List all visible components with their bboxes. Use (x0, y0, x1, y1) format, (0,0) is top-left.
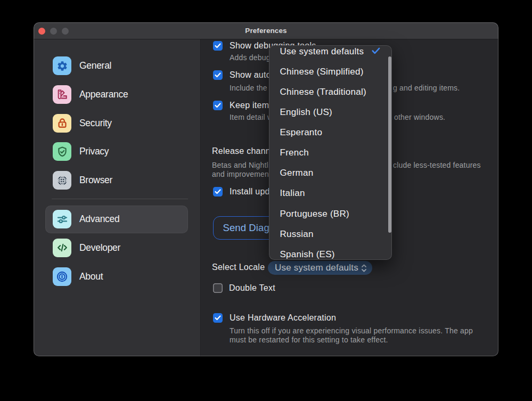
hardware-acceleration-desc-line2: must be restarted for this setting to ta… (230, 335, 388, 344)
desktop-background: Preferences General Appearance (0, 0, 532, 401)
titlebar[interactable]: Preferences (34, 22, 498, 39)
gear-icon (53, 56, 71, 75)
menu-scrollbar-thumb[interactable] (388, 56, 391, 233)
locale-dropdown-menu: Use system defaults Chinese (Simplified)… (269, 45, 392, 260)
check-icon (215, 72, 221, 78)
check-icon (372, 46, 380, 57)
sidebar-item-privacy[interactable]: Privacy (45, 138, 188, 166)
window-title: Preferences (34, 22, 498, 39)
check-icon (215, 103, 221, 108)
menu-item-label: German (280, 168, 314, 178)
sidebar-item-developer[interactable]: Developer (45, 234, 188, 261)
code-icon (53, 239, 71, 257)
hardware-acceleration-desc-line1: Turn this off if you are experiencing vi… (230, 326, 473, 335)
sidebar-item-about[interactable]: About (45, 263, 188, 290)
menu-item-label: Chinese (Traditional) (280, 87, 366, 97)
sidebar-item-label: General (79, 60, 111, 71)
menu-item-use-system-defaults[interactable]: Use system defaults (269, 45, 392, 62)
sidebar: General Appearance Security (34, 39, 200, 356)
show-autofill-checkbox[interactable] (213, 70, 223, 80)
locale-select-value: Use system defaults (275, 263, 358, 273)
shield-check-icon (53, 142, 71, 161)
check-icon (215, 315, 221, 321)
sidebar-item-advanced[interactable]: Advanced (45, 206, 188, 233)
release-channel-desc-line1-end: clude less-tested features (393, 161, 481, 169)
menu-item-spanish-es[interactable]: Spanish (ES) (269, 244, 392, 260)
check-icon (215, 43, 221, 48)
swatches-icon (53, 85, 71, 104)
sliders-icon (53, 210, 71, 228)
show-debugging-tools-checkbox[interactable] (213, 41, 223, 51)
lock-icon (53, 114, 71, 133)
sidebar-item-label: Privacy (79, 146, 109, 157)
menu-item-label: English (US) (280, 107, 332, 118)
menu-item-french[interactable]: French (269, 143, 392, 163)
menu-item-russian[interactable]: Russian (269, 224, 392, 244)
menu-item-label: Italian (280, 188, 305, 199)
menu-item-chinese-traditional[interactable]: Chinese (Traditional) (269, 82, 392, 102)
hardware-acceleration-checkbox[interactable] (213, 313, 223, 323)
sidebar-item-browser[interactable]: Browser (45, 167, 188, 194)
menu-item-label: French (280, 148, 309, 158)
globe-icon (53, 171, 71, 190)
sidebar-item-label: Appearance (79, 89, 128, 100)
release-channel-heading: Release channel (212, 146, 277, 156)
locale-select[interactable]: Use system defaults (268, 261, 372, 275)
preferences-window: Preferences General Appearance (34, 22, 498, 356)
sidebar-item-label: Developer (79, 242, 120, 253)
sidebar-item-general[interactable]: General (45, 52, 188, 80)
double-text-label: Double Text (229, 283, 275, 293)
sidebar-item-security[interactable]: Security (45, 109, 188, 137)
sidebar-item-label: Advanced (79, 214, 119, 225)
menu-item-label: Portuguese (BR) (280, 209, 349, 219)
keep-item-details-checkbox[interactable] (213, 101, 223, 110)
sidebar-item-label: Security (79, 118, 112, 129)
sidebar-item-label: About (79, 271, 103, 282)
sidebar-item-appearance[interactable]: Appearance (45, 80, 188, 108)
select-locale-label: Select Locale (212, 263, 265, 272)
release-channel-desc-line2: and improvements. (212, 170, 277, 178)
menu-item-esperanto[interactable]: Esperanto (269, 122, 392, 143)
menu-item-label: Chinese (Simplified) (280, 67, 364, 77)
double-text-checkbox[interactable] (213, 283, 223, 293)
menu-item-label: Use system defaults (280, 46, 364, 57)
menu-item-german[interactable]: German (269, 163, 392, 183)
menu-item-portuguese-br[interactable]: Portuguese (BR) (269, 204, 392, 224)
window-body: General Appearance Security (34, 39, 498, 356)
install-updates-checkbox[interactable] (213, 187, 223, 197)
menu-item-label: Russian (280, 229, 314, 240)
menu-item-italian[interactable]: Italian (269, 183, 392, 203)
menu-item-label: Esperanto (280, 127, 323, 138)
onepassword-logo-icon (53, 267, 71, 286)
hardware-acceleration-label: Use Hardware Acceleration (230, 313, 336, 323)
keep-item-details-desc-end: other windows. (394, 113, 445, 121)
menu-item-english-us[interactable]: English (US) (269, 102, 392, 122)
check-icon (215, 189, 221, 194)
sidebar-divider (52, 199, 188, 199)
menu-item-label: Spanish (ES) (280, 249, 335, 260)
sidebar-item-label: Browser (79, 175, 112, 186)
chevron-up-down-icon (361, 264, 367, 275)
menu-item-chinese-simplified[interactable]: Chinese (Simplified) (269, 62, 392, 82)
show-autofill-desc-end: g and editing items. (393, 84, 460, 92)
